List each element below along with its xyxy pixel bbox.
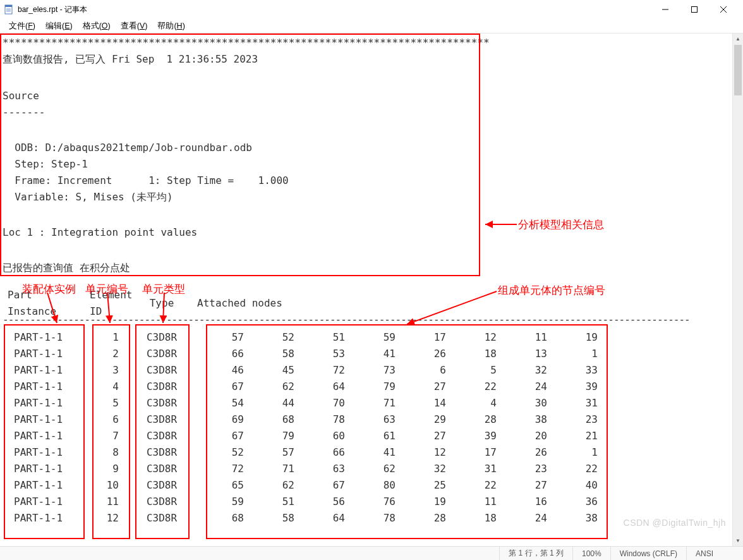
cell-node: 45 [244, 362, 294, 379]
cell-node: 68 [193, 510, 244, 527]
scroll-thumb[interactable] [734, 45, 742, 95]
menu-edit[interactable]: 编辑(E) [40, 20, 78, 33]
menu-bar: 文件(F) 编辑(E) 格式(O) 查看(V) 帮助(H) [0, 19, 743, 33]
cell-node: 76 [345, 494, 396, 510]
cell-node: 61 [345, 428, 396, 444]
scroll-down-icon[interactable]: ▼ [733, 535, 743, 546]
cell-node: 72 [294, 362, 345, 379]
cell-node: 66 [193, 346, 244, 362]
status-lineend: Windows (CRLF) [610, 547, 686, 560]
cell-node: 4 [446, 395, 497, 411]
table-body: PART-1-11C3D8R5752515917121119PART-1-12C… [3, 329, 732, 527]
cell-node: 30 [497, 395, 547, 411]
cell-node: 18 [446, 510, 497, 527]
cell-part: PART-1-1 [3, 510, 86, 527]
cell-eid: 6 [86, 411, 130, 428]
menu-file[interactable]: 文件(F) [4, 20, 40, 33]
cell-part: PART-1-1 [3, 428, 86, 444]
window-title: bar_eles.rpt - 记事本 [18, 4, 87, 15]
cell-node: 65 [193, 477, 244, 494]
cell-node: 46 [193, 362, 244, 379]
close-button[interactable] [709, 0, 738, 19]
cell-type: C3D8R [130, 395, 193, 411]
cell-eid: 5 [86, 395, 130, 411]
cell-eid: 9 [86, 461, 130, 477]
status-bar: 第 1 行，第 1 列 100% Windows (CRLF) ANSI [0, 546, 743, 560]
cell-node: 57 [244, 444, 294, 461]
status-position: 第 1 行，第 1 列 [499, 547, 572, 560]
cell-node: 36 [547, 494, 598, 510]
cell-node: 27 [396, 428, 446, 444]
cell-part: PART-1-1 [3, 494, 86, 510]
cell-type: C3D8R [130, 428, 193, 444]
cell-node: 13 [497, 346, 547, 362]
table-row: PART-1-13C3D8R46457273653233 [3, 362, 732, 379]
cell-node: 63 [345, 411, 396, 428]
vertical-scrollbar[interactable]: ▲ ▼ [732, 33, 743, 546]
col-type: Type [130, 295, 193, 312]
cell-node: 24 [497, 510, 547, 527]
maximize-button[interactable] [680, 0, 709, 19]
cell-node: 18 [446, 346, 497, 362]
table-row: PART-1-111C3D8R5951567619111636 [3, 494, 732, 510]
cell-part: PART-1-1 [3, 477, 86, 494]
cell-node: 19 [396, 494, 446, 510]
cell-node: 59 [345, 329, 396, 346]
scroll-up-icon[interactable]: ▲ [733, 33, 743, 44]
notepad-icon [4, 4, 14, 15]
cell-type: C3D8R [130, 477, 193, 494]
cell-node: 62 [244, 477, 294, 494]
table-row: PART-1-18C3D8R525766411217261 [3, 444, 732, 461]
report-dashes: ------- [3, 104, 45, 121]
cell-node: 25 [396, 477, 446, 494]
cell-part: PART-1-1 [3, 379, 86, 395]
cell-node: 71 [244, 461, 294, 477]
menu-format[interactable]: 格式(O) [78, 20, 116, 33]
cell-node: 12 [446, 329, 497, 346]
cell-node: 70 [294, 395, 345, 411]
cell-node: 51 [244, 494, 294, 510]
cell-node: 19 [547, 329, 598, 346]
cell-node: 24 [497, 379, 547, 395]
cell-eid: 12 [86, 510, 130, 527]
cell-eid: 7 [86, 428, 130, 444]
cell-node: 67 [193, 428, 244, 444]
report-odb: ODB: D:/abaqus2021temp/Job-roundbar.odb [3, 140, 252, 156]
cell-node: 11 [446, 494, 497, 510]
cell-node: 58 [244, 346, 294, 362]
cell-node: 27 [396, 379, 446, 395]
cell-node: 44 [244, 395, 294, 411]
cell-node: 32 [396, 461, 446, 477]
cell-node: 71 [345, 395, 396, 411]
minimize-button[interactable] [651, 0, 680, 19]
cell-type: C3D8R [130, 494, 193, 510]
cell-type: C3D8R [130, 461, 193, 477]
cell-eid: 11 [86, 494, 130, 510]
cell-node: 79 [244, 428, 294, 444]
annot-label-nodes: 组成单元体的节点编号 [498, 283, 605, 299]
cell-part: PART-1-1 [3, 362, 86, 379]
arrow-modelinfo-icon [483, 217, 518, 232]
table-row: PART-1-112C3D8R6858647828182438 [3, 510, 732, 527]
menu-help[interactable]: 帮助(H) [152, 20, 190, 33]
cell-node: 56 [294, 494, 345, 510]
text-editor[interactable]: ****************************************… [0, 33, 732, 546]
report-var: Variable: S, Mises (未平均) [3, 189, 173, 205]
cell-node: 63 [294, 461, 345, 477]
cell-type: C3D8R [130, 510, 193, 527]
table-row: PART-1-110C3D8R6562678025222740 [3, 477, 732, 494]
cell-type: C3D8R [130, 444, 193, 461]
cell-node: 31 [446, 461, 497, 477]
cell-node: 31 [547, 395, 598, 411]
cell-node: 1 [547, 444, 598, 461]
cell-node: 40 [547, 477, 598, 494]
table-row: PART-1-15C3D8R544470711443031 [3, 395, 732, 411]
cell-node: 62 [345, 461, 396, 477]
table-row: PART-1-12C3D8R665853412618131 [3, 346, 732, 362]
cell-part: PART-1-1 [3, 444, 86, 461]
status-zoom: 100% [572, 547, 610, 560]
cell-node: 17 [396, 329, 446, 346]
cell-eid: 10 [86, 477, 130, 494]
menu-view[interactable]: 查看(V) [116, 20, 153, 33]
cell-eid: 8 [86, 444, 130, 461]
